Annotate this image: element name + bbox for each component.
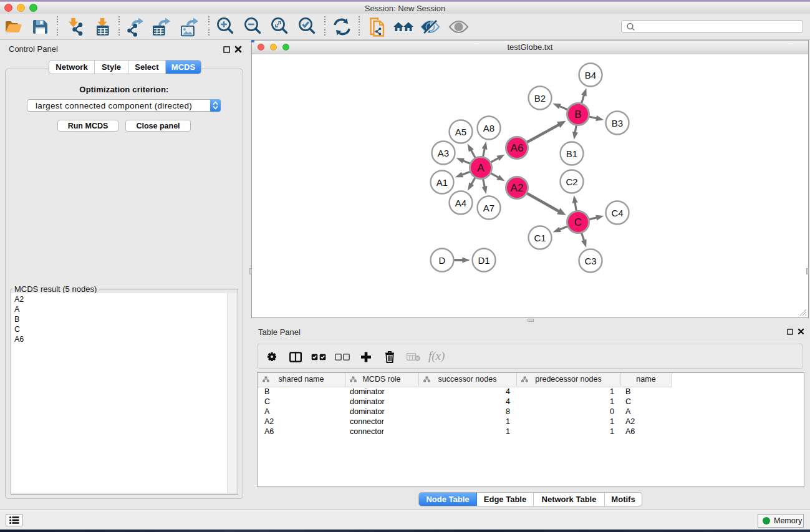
svg-text:B: B: [574, 109, 581, 120]
svg-text:C2: C2: [566, 177, 577, 187]
svg-text:D1: D1: [478, 255, 489, 266]
svg-text:A3: A3: [438, 148, 449, 158]
svg-text:A: A: [477, 162, 485, 174]
svg-text:D: D: [439, 255, 446, 266]
svg-text:C1: C1: [534, 233, 546, 243]
svg-text:C: C: [574, 216, 582, 228]
svg-text:A5: A5: [455, 127, 466, 137]
svg-text:A8: A8: [483, 123, 494, 133]
svg-text:B4: B4: [585, 70, 596, 80]
svg-text:B2: B2: [534, 93, 546, 104]
svg-text:C3: C3: [584, 256, 596, 266]
svg-text:B3: B3: [612, 118, 623, 128]
svg-text:A7: A7: [483, 203, 494, 213]
svg-text:A4: A4: [455, 198, 466, 208]
svg-text:B1: B1: [566, 148, 577, 159]
svg-text:A1: A1: [436, 177, 448, 188]
svg-text:C4: C4: [611, 208, 623, 218]
svg-text:A6: A6: [511, 142, 524, 154]
svg-text:A2: A2: [511, 182, 524, 194]
